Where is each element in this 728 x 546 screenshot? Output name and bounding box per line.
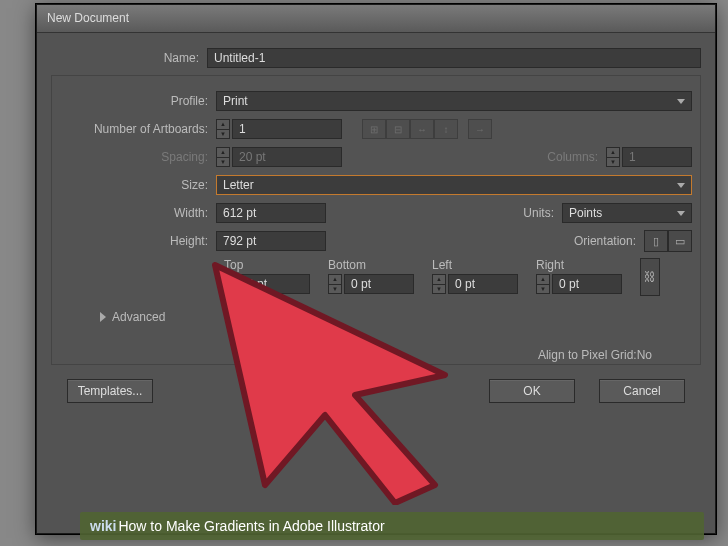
height-label: Height: bbox=[60, 234, 216, 248]
bleed-left-stepper[interactable]: ▲▼ bbox=[432, 274, 446, 294]
columns-input bbox=[622, 147, 692, 167]
wiki-prefix: wiki bbox=[90, 518, 116, 534]
size-value: Letter bbox=[223, 178, 254, 192]
new-document-dialog: New Document Name: Profile: Print Number… bbox=[36, 4, 716, 534]
advanced-label: Advanced bbox=[112, 310, 165, 324]
spacing-label: Spacing: bbox=[60, 150, 216, 164]
size-select[interactable]: Letter bbox=[216, 175, 692, 195]
grid-by-col-icon[interactable]: ⊟ bbox=[386, 119, 410, 139]
document-settings-group: Profile: Print Number of Artboards: ▲▼ ⊞… bbox=[51, 75, 701, 365]
bleed-right-stepper[interactable]: ▲▼ bbox=[536, 274, 550, 294]
width-input[interactable] bbox=[216, 203, 326, 223]
bleed-top-stepper[interactable]: ▲▼ bbox=[224, 274, 238, 294]
units-value: Points bbox=[569, 206, 602, 220]
profile-label: Profile: bbox=[60, 94, 216, 108]
chevron-down-icon bbox=[677, 183, 685, 188]
profile-value: Print bbox=[223, 94, 248, 108]
units-select[interactable]: Points bbox=[562, 203, 692, 223]
templates-button[interactable]: Templates... bbox=[67, 379, 153, 403]
bleed-bottom-stepper[interactable]: ▲▼ bbox=[328, 274, 342, 294]
units-label: Units: bbox=[523, 206, 562, 220]
spacing-stepper: ▲▼ bbox=[216, 147, 230, 167]
advanced-toggle[interactable]: Advanced bbox=[60, 310, 692, 324]
artboards-label: Number of Artboards: bbox=[60, 122, 216, 136]
bleed-bottom-label: Bottom bbox=[328, 258, 414, 272]
artboard-arrangement-icons: ⊞ ⊟ ↔ ↕ → bbox=[362, 119, 492, 139]
bleed-left-input[interactable] bbox=[448, 274, 518, 294]
orientation-label: Orientation: bbox=[574, 234, 644, 248]
bleed-left-label: Left bbox=[432, 258, 518, 272]
arrange-row-icon[interactable]: ↔ bbox=[410, 119, 434, 139]
spacing-input bbox=[232, 147, 342, 167]
wikihow-caption: wiki How to Make Gradients in Adobe Illu… bbox=[80, 512, 704, 540]
name-label: Name: bbox=[51, 51, 207, 65]
bleed-right-label: Right bbox=[536, 258, 622, 272]
columns-label: Columns: bbox=[547, 150, 606, 164]
bleed-top-label: Top bbox=[224, 258, 310, 272]
ok-button[interactable]: OK bbox=[489, 379, 575, 403]
orientation-landscape-button[interactable]: ▭ bbox=[668, 230, 692, 252]
height-input[interactable] bbox=[216, 231, 326, 251]
grid-by-row-icon[interactable]: ⊞ bbox=[362, 119, 386, 139]
bleed-top-input[interactable] bbox=[240, 274, 310, 294]
artboards-input[interactable] bbox=[232, 119, 342, 139]
pixel-grid-info: Align to Pixel Grid:No bbox=[60, 348, 692, 362]
bleed-right-input[interactable] bbox=[552, 274, 622, 294]
artboards-stepper[interactable]: ▲▼ bbox=[216, 119, 230, 139]
chevron-down-icon bbox=[677, 99, 685, 104]
arrange-col-icon[interactable]: ↕ bbox=[434, 119, 458, 139]
dialog-buttons: Templates... OK Cancel bbox=[51, 365, 701, 403]
orientation-portrait-button[interactable]: ▯ bbox=[644, 230, 668, 252]
profile-select[interactable]: Print bbox=[216, 91, 692, 111]
triangle-right-icon bbox=[100, 312, 106, 322]
bleed-bottom-input[interactable] bbox=[344, 274, 414, 294]
columns-stepper: ▲▼ bbox=[606, 147, 620, 167]
wiki-title: How to Make Gradients in Adobe Illustrat… bbox=[118, 518, 384, 534]
chevron-down-icon bbox=[677, 211, 685, 216]
bleed-row: Top ▲▼ Bottom ▲▼ Left ▲▼ bbox=[60, 258, 692, 296]
width-label: Width: bbox=[60, 206, 216, 220]
dialog-title: New Document bbox=[37, 5, 715, 33]
cancel-button[interactable]: Cancel bbox=[599, 379, 685, 403]
size-label: Size: bbox=[60, 178, 216, 192]
link-bleed-icon[interactable]: ⛓ bbox=[640, 258, 660, 296]
arrange-rtl-icon[interactable]: → bbox=[468, 119, 492, 139]
dialog-content: Name: Profile: Print Number of Artboards… bbox=[37, 33, 715, 413]
name-input[interactable] bbox=[207, 48, 701, 68]
